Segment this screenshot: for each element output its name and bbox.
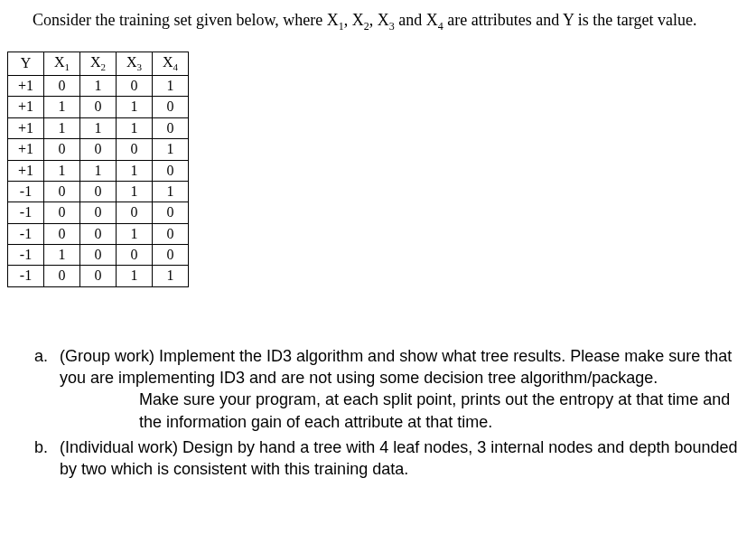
cell-x1: 1 xyxy=(44,245,80,266)
cell-y: -1 xyxy=(8,223,44,244)
cell-x2: 1 xyxy=(80,160,117,181)
training-set-table: Y X1 X2 X3 X4 +10101+11010+11110+10001+1… xyxy=(7,52,189,286)
table-row: -10011 xyxy=(8,266,189,286)
cell-x3: 0 xyxy=(117,245,153,266)
table-row: +11110 xyxy=(8,160,189,181)
cell-x4: 1 xyxy=(153,266,189,286)
table-row: +10001 xyxy=(8,139,189,160)
header-x2: X2 xyxy=(80,52,117,76)
question-a-line1: (Group work) Implement the ID3 algorithm… xyxy=(60,347,732,387)
question-b-marker: b. xyxy=(34,436,48,458)
cell-x1: 0 xyxy=(44,139,80,160)
cell-x2: 0 xyxy=(80,266,117,286)
cell-y: +1 xyxy=(8,117,44,138)
cell-x1: 0 xyxy=(44,202,80,223)
cell-y: +1 xyxy=(8,97,44,117)
cell-x2: 0 xyxy=(80,181,117,202)
question-a: a. (Group work) Implement the ID3 algori… xyxy=(60,345,749,433)
cell-y: -1 xyxy=(8,266,44,286)
cell-x2: 0 xyxy=(80,223,117,244)
table-row: -10000 xyxy=(8,202,189,223)
cell-x2: 0 xyxy=(80,202,117,223)
question-b: b. (Individual work) Design by hand a tr… xyxy=(60,436,749,481)
cell-y: -1 xyxy=(8,181,44,202)
cell-x3: 0 xyxy=(117,75,153,96)
table-row: +11010 xyxy=(8,97,189,117)
cell-x3: 1 xyxy=(117,97,153,117)
cell-x2: 1 xyxy=(80,75,117,96)
cell-y: -1 xyxy=(8,202,44,223)
question-a-marker: a. xyxy=(34,345,48,367)
cell-x4: 1 xyxy=(153,139,189,160)
cell-x4: 1 xyxy=(153,181,189,202)
cell-x4: 0 xyxy=(153,245,189,266)
cell-y: +1 xyxy=(8,75,44,96)
cell-x3: 0 xyxy=(117,202,153,223)
intro-mid1: , X xyxy=(344,11,364,29)
cell-x3: 1 xyxy=(117,181,153,202)
cell-x1: 1 xyxy=(44,160,80,181)
cell-x1: 1 xyxy=(44,117,80,138)
question-a-line2: Make sure your program, at each split po… xyxy=(60,389,749,433)
cell-x2: 0 xyxy=(80,139,117,160)
question-b-text: (Individual work) Design by hand a tree … xyxy=(60,438,738,478)
table-row: -10011 xyxy=(8,181,189,202)
cell-x4: 0 xyxy=(153,202,189,223)
table-row: -11000 xyxy=(8,245,189,266)
cell-x2: 1 xyxy=(80,117,117,138)
table-row: +11110 xyxy=(8,117,189,138)
cell-x4: 0 xyxy=(153,117,189,138)
table-row: +10101 xyxy=(8,75,189,96)
cell-x2: 0 xyxy=(80,245,117,266)
intro-mid2: , X xyxy=(369,11,389,29)
cell-x1: 0 xyxy=(44,266,80,286)
cell-x4: 0 xyxy=(153,223,189,244)
questions-section: a. (Group work) Implement the ID3 algori… xyxy=(4,345,752,481)
cell-x2: 0 xyxy=(80,97,117,117)
header-x3: X3 xyxy=(117,52,153,76)
header-y: Y xyxy=(8,52,44,76)
intro-mid3: and X xyxy=(395,11,438,29)
cell-x1: 1 xyxy=(44,97,80,117)
cell-x3: 1 xyxy=(117,160,153,181)
intro-after: are attributes and Y is the target value… xyxy=(443,11,697,29)
cell-x3: 1 xyxy=(117,266,153,286)
header-x4: X4 xyxy=(153,52,189,76)
cell-x3: 1 xyxy=(117,223,153,244)
cell-y: +1 xyxy=(8,139,44,160)
cell-x3: 1 xyxy=(117,117,153,138)
cell-x4: 1 xyxy=(153,75,189,96)
cell-x1: 0 xyxy=(44,223,80,244)
cell-x4: 0 xyxy=(153,160,189,181)
intro-before: Consider the training set given below, w… xyxy=(33,11,339,29)
cell-x1: 0 xyxy=(44,181,80,202)
cell-x3: 0 xyxy=(117,139,153,160)
intro-paragraph: Consider the training set given below, w… xyxy=(4,9,752,33)
cell-x1: 0 xyxy=(44,75,80,96)
header-x1: X1 xyxy=(44,52,80,76)
cell-y: +1 xyxy=(8,160,44,181)
cell-y: -1 xyxy=(8,245,44,266)
table-header-row: Y X1 X2 X3 X4 xyxy=(8,52,189,76)
cell-x4: 0 xyxy=(153,97,189,117)
table-row: -10010 xyxy=(8,223,189,244)
